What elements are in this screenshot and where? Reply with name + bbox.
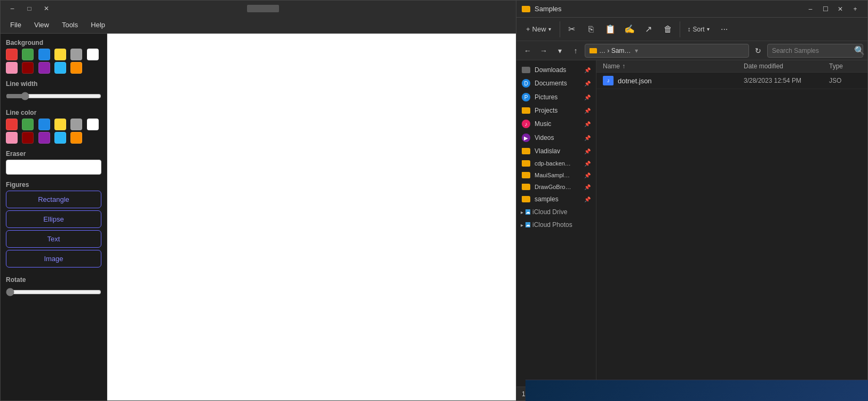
nav-item-projects-label: Projects xyxy=(535,107,558,114)
color-swatch-red[interactable] xyxy=(6,49,18,60)
delete-button[interactable]: 🗑 xyxy=(659,21,676,38)
forward-button[interactable]: → xyxy=(537,44,551,58)
line-color-section: Line color xyxy=(6,109,101,144)
copy-button[interactable]: ⎘ xyxy=(583,21,600,38)
nav-item-downloads[interactable]: Downloads 📌 xyxy=(516,64,596,76)
color-swatch-white[interactable] xyxy=(87,49,99,60)
search-box[interactable]: 🔍 xyxy=(767,44,863,58)
nav-item-documents[interactable]: D Documents 📌 xyxy=(516,76,596,90)
maximize-button[interactable]: □ xyxy=(22,3,37,14)
nav-item-icloud-drive[interactable]: ▸ ☁ iCloud Drive xyxy=(516,206,596,218)
address-bar: ← → ▾ ↑ … › Sam… ▾ ↻ 🔍 xyxy=(516,41,867,60)
color-swatch-green[interactable] xyxy=(22,49,34,60)
projects-folder-icon xyxy=(522,107,530,114)
rename-button[interactable]: ✍ xyxy=(621,21,638,38)
explorer-titlebar-controls: – ☐ ✕ + xyxy=(803,4,862,14)
titlebar-controls: – □ ✕ xyxy=(5,3,54,14)
eraser-button[interactable] xyxy=(6,160,101,175)
column-name-header[interactable]: Name ↑ xyxy=(603,62,744,70)
nav-item-videos[interactable]: ▶ Videos 📌 xyxy=(516,131,596,145)
nav-item-maui-label: MauiSampl… xyxy=(535,172,570,178)
nav-item-drawgo[interactable]: DrawGoBro… 📌 xyxy=(516,181,596,193)
file-area: Name ↑ Date modified Type J dotnet.json … xyxy=(596,60,867,387)
color-swatch-gray[interactable] xyxy=(70,49,82,60)
recent-button[interactable]: ▾ xyxy=(553,44,567,58)
color-swatch-darkred[interactable] xyxy=(22,62,34,74)
nav-item-samples[interactable]: samples 📌 xyxy=(516,193,596,206)
drawing-canvas[interactable] xyxy=(107,34,525,400)
file-date-dotnet: 3/28/2023 12:54 PM xyxy=(744,77,829,84)
explorer-close-button[interactable]: ✕ xyxy=(833,4,847,14)
back-button[interactable]: ← xyxy=(521,44,535,58)
nav-item-projects[interactable]: Projects 📌 xyxy=(516,104,596,117)
cut-button[interactable]: ✂ xyxy=(563,21,580,38)
color-swatch-orange[interactable] xyxy=(70,62,82,74)
menu-file[interactable]: File xyxy=(5,19,27,31)
pictures-icon: P xyxy=(522,93,530,101)
nav-item-maui[interactable]: MauiSampl… 📌 xyxy=(516,169,596,181)
table-row[interactable]: J dotnet.json 3/28/2023 12:54 PM JSO xyxy=(596,73,867,89)
text-button[interactable]: Text xyxy=(6,230,101,248)
nav-item-icloud-photos[interactable]: ▸ ☁ iCloud Photos xyxy=(516,218,596,231)
line-color-orange[interactable] xyxy=(70,132,82,144)
nav-item-cdp[interactable]: cdp-backen… 📌 xyxy=(516,158,596,169)
music-icon: ♪ xyxy=(522,120,530,128)
menu-tools[interactable]: Tools xyxy=(57,19,83,31)
rotate-slider[interactable] xyxy=(6,288,101,296)
search-input[interactable] xyxy=(772,47,852,54)
nav-item-downloads-label: Downloads xyxy=(535,66,566,74)
share-button[interactable]: ↗ xyxy=(640,21,657,38)
line-color-lightblue[interactable] xyxy=(54,132,66,144)
explorer-folder-icon xyxy=(522,6,530,12)
line-color-green[interactable] xyxy=(22,119,34,130)
ellipse-button[interactable]: Ellipse xyxy=(6,210,101,228)
line-color-pink[interactable] xyxy=(6,132,18,144)
image-button[interactable]: Image xyxy=(6,250,101,268)
color-swatch-pink[interactable] xyxy=(6,62,18,74)
line-color-purple[interactable] xyxy=(38,132,50,144)
sort-button[interactable]: ↕ Sort ▾ xyxy=(683,23,714,35)
color-swatch-purple[interactable] xyxy=(38,62,50,74)
line-color-gray[interactable] xyxy=(70,119,82,130)
new-button[interactable]: + New ▾ xyxy=(521,23,556,35)
nav-item-music[interactable]: ♪ Music 📌 xyxy=(516,117,596,131)
pictures-pin-icon: 📌 xyxy=(584,95,591,100)
explorer-new-tab-button[interactable]: + xyxy=(848,4,862,14)
menu-view[interactable]: View xyxy=(29,19,54,31)
line-color-yellow[interactable] xyxy=(54,119,66,130)
app-menubar: File View Tools Help xyxy=(1,17,525,34)
color-swatch-blue[interactable] xyxy=(38,49,50,60)
rectangle-button[interactable]: Rectangle xyxy=(6,191,101,208)
color-swatch-lightblue[interactable] xyxy=(54,62,66,74)
column-type-header[interactable]: Type xyxy=(829,62,861,70)
close-button[interactable]: ✕ xyxy=(39,3,54,14)
address-path-bar[interactable]: … › Sam… ▾ xyxy=(585,44,749,58)
line-color-darkred[interactable] xyxy=(22,132,34,144)
nav-item-pictures[interactable]: P Pictures 📌 xyxy=(516,90,596,104)
line-width-slider[interactable] xyxy=(6,92,101,100)
explorer-minimize-button[interactable]: – xyxy=(803,4,817,14)
menu-help[interactable]: Help xyxy=(85,19,110,31)
rotate-label: Rotate xyxy=(6,276,101,284)
nav-item-icloud-drive-label: iCloud Drive xyxy=(532,208,567,216)
search-icon: 🔍 xyxy=(854,45,865,56)
eraser-label: Eraser xyxy=(6,150,101,158)
minimize-button[interactable]: – xyxy=(5,3,20,14)
explorer-maximize-button[interactable]: ☐ xyxy=(818,4,832,14)
refresh-button[interactable]: ↻ xyxy=(751,44,765,58)
new-chevron-icon: ▾ xyxy=(548,26,551,32)
color-swatch-yellow[interactable] xyxy=(54,49,66,60)
drawgo-pin-icon: 📌 xyxy=(584,184,591,190)
line-color-red[interactable] xyxy=(6,119,18,130)
explorer-title-text: Samples xyxy=(535,5,562,13)
line-color-white[interactable] xyxy=(87,119,99,130)
column-date-header[interactable]: Date modified xyxy=(744,62,829,70)
more-options-button[interactable]: ··· xyxy=(716,21,733,38)
line-color-blue[interactable] xyxy=(38,119,50,130)
cdp-folder-icon xyxy=(522,160,530,167)
paste-button[interactable]: 📋 xyxy=(602,21,619,38)
explorer-title: Samples xyxy=(522,5,562,13)
up-button[interactable]: ↑ xyxy=(569,44,583,58)
drawing-app-window: – □ ✕ File View Tools Help Background xyxy=(0,0,525,401)
nav-item-vladislav[interactable]: Vladislav 📌 xyxy=(516,145,596,158)
